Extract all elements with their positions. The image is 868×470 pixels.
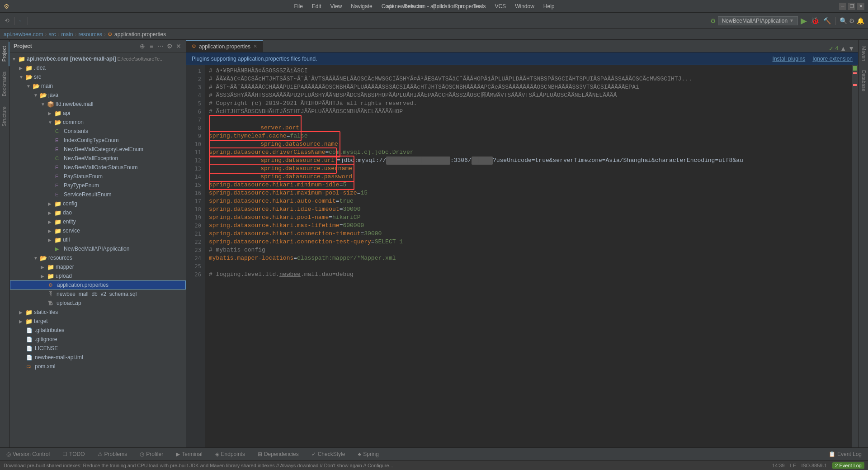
menu-navigate[interactable]: Navigate xyxy=(347,2,376,10)
tree-item-pom[interactable]: 🗂 pom.xml xyxy=(10,362,186,371)
sidebar-collapse-icon[interactable]: ≡ xyxy=(148,43,155,50)
tree-item-target[interactable]: ▶ 📁 target xyxy=(10,317,186,326)
menu-edit[interactable]: Edit xyxy=(308,2,325,10)
tree-item-gitignore[interactable]: 📄 .gitignore xyxy=(10,335,186,344)
tab-close-button[interactable]: ✕ xyxy=(253,43,257,49)
tree-item-api[interactable]: ▶ 📁 api xyxy=(10,109,186,118)
status-bar: Download pre-built shared indexes: Reduc… xyxy=(0,460,868,470)
bottom-tab-terminal[interactable]: ▶ Terminal xyxy=(173,450,205,458)
bottom-tab-endpoints[interactable]: ◈ Endpoints xyxy=(212,450,248,458)
tab-chevron-down-icon[interactable]: ▼ xyxy=(848,45,854,52)
tree-item-config[interactable]: ▶ 📁 config xyxy=(10,199,186,208)
debug-button[interactable]: 🐞 xyxy=(810,15,821,26)
maximize-button[interactable]: ❐ xyxy=(848,3,855,10)
toolbar-notification-icon[interactable]: 🔔 xyxy=(857,17,864,24)
bottom-tab-problems[interactable]: ⚠ Problems xyxy=(95,450,130,458)
tree-item-serviceresult[interactable]: E ServiceResultEnum xyxy=(10,190,186,199)
tree-item-mapper[interactable]: ▶ 📁 mapper xyxy=(10,262,186,271)
tab-label: application.properties xyxy=(199,43,250,50)
menu-file[interactable]: File xyxy=(290,2,306,10)
tree-item-service[interactable]: ▶ 📁 service xyxy=(10,226,186,235)
menu-help[interactable]: Help xyxy=(540,2,558,10)
toolbar-sync-icon[interactable]: ⟲ xyxy=(4,16,10,25)
tree-item-license[interactable]: 📄 LICENSE xyxy=(10,344,186,353)
breadcrumb-project[interactable]: api.newbee.com xyxy=(4,31,43,38)
toolbar-nav-back[interactable]: ← xyxy=(18,17,24,24)
install-plugins-link[interactable]: Install plugins xyxy=(773,56,806,62)
breadcrumb-resources[interactable]: resources xyxy=(78,31,102,38)
line-num-24: 24 xyxy=(186,254,205,262)
tree-item-orderstatus[interactable]: E NewBeeMallOrderStatusEnum xyxy=(10,163,186,172)
sidebar-expand-icon[interactable]: ⊕ xyxy=(139,43,146,50)
status-event-log-badge[interactable]: 2 Event Log xyxy=(832,462,864,469)
bottom-tab-eventlog[interactable]: 📋 Event Log xyxy=(826,450,864,458)
tree-item-resources[interactable]: ▼ 📂 resources xyxy=(10,253,186,262)
bottom-tab-profiler[interactable]: ◷ Profiler xyxy=(137,450,166,458)
line-num-16: 16 xyxy=(186,189,205,197)
tree-item-root[interactable]: ▼ 📁 api.newbee.com [newbee-mall-api] E:\… xyxy=(10,54,186,63)
tree-item-uploadzip[interactable]: 🗜 upload.zip xyxy=(10,299,186,308)
menu-window[interactable]: Window xyxy=(511,2,538,10)
code-editor[interactable]: # â•¥BPHÃNBHÃã¢ÃSOSSSZÃiÃSCI # ÃÃ¥Ãâ€¢ÃD… xyxy=(205,65,852,447)
tree-item-src[interactable]: ▼ 📂 src xyxy=(10,72,186,81)
tree-item-iml[interactable]: 📄 newbee-mall-api.iml xyxy=(10,353,186,362)
tree-item-category[interactable]: E NewBeeMallCategoryLevelEnum xyxy=(10,145,186,154)
profiler-icon: ◷ xyxy=(140,451,144,457)
tree-item-java[interactable]: ▼ 📂 java xyxy=(10,90,186,100)
tree-item-dao[interactable]: ▶ 📁 dao xyxy=(10,208,186,217)
tree-item-paystatus[interactable]: E PayStatusEnum xyxy=(10,172,186,181)
tree-item-gitattributes[interactable]: 📄 .gitattributes xyxy=(10,326,186,335)
editor-tab-bar: ⚙ application.properties ✕ ✓ 4 ▲ ▼ xyxy=(186,40,858,52)
tree-item-constants[interactable]: C Constants xyxy=(10,127,186,136)
side-tab-bookmarks[interactable]: Bookmarks xyxy=(0,67,9,101)
status-charset[interactable]: ISO-8859-1 xyxy=(801,463,827,468)
right-tab-database[interactable]: Database xyxy=(859,66,868,96)
tree-item-entity[interactable]: ▶ 📁 entity xyxy=(10,217,186,226)
close-button[interactable]: ✕ xyxy=(857,3,864,10)
breadcrumb-file[interactable]: application.properties xyxy=(114,31,166,38)
side-tab-structure[interactable]: Structure xyxy=(0,102,9,131)
tree-item-exception[interactable]: C NewBeeMallException xyxy=(10,154,186,163)
toolbar-settings-icon[interactable]: ⚙ xyxy=(849,17,855,24)
tree-item-common[interactable]: ▼ 📂 common xyxy=(10,118,186,127)
status-lf[interactable]: LF xyxy=(790,463,796,468)
tab-chevron-up-icon[interactable]: ▲ xyxy=(840,45,846,52)
menu-view[interactable]: View xyxy=(327,2,346,10)
tree-item-indexconfig[interactable]: E IndexConfigTypeEnum xyxy=(10,136,186,145)
line-num-26: 26 xyxy=(186,271,205,279)
ignore-extension-link[interactable]: Ignore extension xyxy=(812,56,853,62)
tree-item-ltd[interactable]: ▼ 📦 ltd.newbee.mall xyxy=(10,100,186,109)
code-line-17: spring.datasource.hikari.auto-commit=tru… xyxy=(209,197,848,205)
sidebar-close-icon[interactable]: ✕ xyxy=(175,43,182,50)
bottom-tab-versioncontrol[interactable]: ◎ Version Control xyxy=(4,450,52,458)
bottom-tab-dependencies[interactable]: ⊞ Dependencies xyxy=(255,450,302,458)
run-config-dropdown[interactable]: NewBeeMallAPIApplication ▼ xyxy=(718,16,798,25)
tree-item-idea[interactable]: ▶ 📁 .idea xyxy=(10,63,186,72)
code-val-20: 600000 xyxy=(343,222,364,230)
tree-item-staticfiles[interactable]: ▶ 📁 static-files xyxy=(10,308,186,317)
tree-item-main[interactable]: ▼ 📂 main xyxy=(10,81,186,90)
tab-application-properties[interactable]: ⚙ application.properties ✕ xyxy=(186,40,263,52)
right-tab-maven[interactable]: Maven xyxy=(859,42,868,66)
sidebar-filter-icon[interactable]: ⋯ xyxy=(157,43,164,50)
bottom-tab-todo[interactable]: ☐ TODO xyxy=(60,450,87,458)
tree-item-upload[interactable]: ▶ 📁 upload xyxy=(10,271,186,280)
tree-item-util[interactable]: ▶ 📁 util xyxy=(10,235,186,244)
code-eq-20: = xyxy=(340,222,343,230)
tree-item-schema[interactable]: 🗄 newbee_mall_db_v2_schema.sql xyxy=(10,290,186,299)
tree-item-paytype[interactable]: E PayTypeEnum xyxy=(10,181,186,190)
bottom-tab-spring[interactable]: ♣ Spring xyxy=(355,450,382,458)
build-button[interactable]: 🔨 xyxy=(822,16,832,25)
sidebar-settings-icon[interactable]: ⚙ xyxy=(166,43,173,50)
side-tab-project[interactable]: Project xyxy=(0,42,9,66)
menu-vcs[interactable]: VCS xyxy=(491,2,509,10)
run-button[interactable]: ▶ xyxy=(800,15,808,27)
breadcrumb-main[interactable]: main xyxy=(61,31,73,38)
breadcrumb-src[interactable]: src xyxy=(48,31,56,38)
tree-path-root: E:\code\softwareTe... xyxy=(116,56,164,62)
minimize-button[interactable]: ─ xyxy=(839,3,846,10)
tree-item-mainapp[interactable]: ▶ NewBeeMallAPIApplication xyxy=(10,244,186,253)
bottom-tab-checkstyle[interactable]: ✓ CheckStyle xyxy=(309,450,348,458)
tree-item-appprops[interactable]: ⚙ application.properties xyxy=(10,280,186,290)
toolbar-search-icon[interactable]: 🔍 xyxy=(840,17,847,24)
